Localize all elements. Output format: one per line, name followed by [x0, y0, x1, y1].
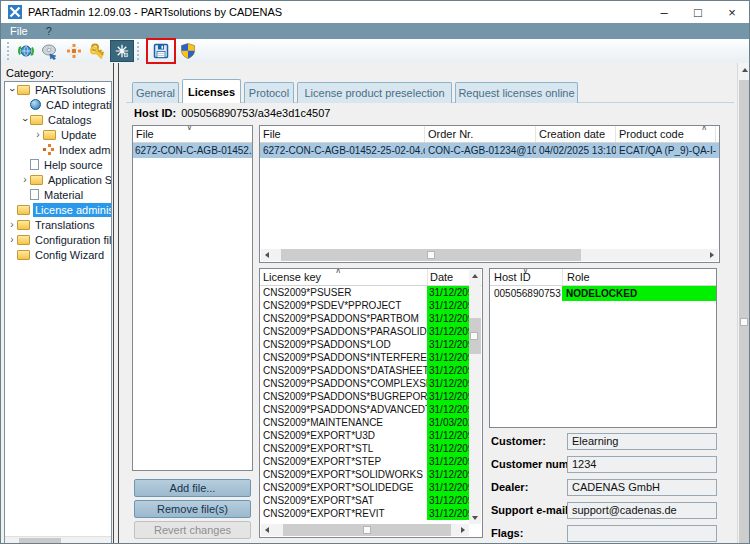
sidebar-item-config-wizard[interactable]: Config Wizard: [5, 247, 111, 262]
tab-request-licenses-online[interactable]: Request licenses online: [455, 82, 578, 103]
column-header-license-key[interactable]: License key∧: [260, 269, 427, 285]
minimize-button[interactable]: –: [647, 1, 681, 23]
sidebar-item-configuration-file[interactable]: ›Configuration file: [5, 232, 111, 247]
flags-field[interactable]: [567, 525, 717, 542]
menu-help[interactable]: ?: [46, 25, 52, 37]
column-header-host-id[interactable]: Host ID∨: [490, 269, 562, 285]
license-table-hscrollbar[interactable]: [261, 524, 469, 536]
customer-field[interactable]: Elearning: [567, 433, 717, 450]
file-table-hscrollbar[interactable]: [261, 249, 718, 261]
save-icon[interactable]: [149, 40, 173, 62]
folder-icon: [17, 250, 30, 260]
menu-file[interactable]: File: [10, 25, 28, 37]
license-row[interactable]: CNS2009*EXPORT*SAT31/12/2099: [260, 494, 482, 507]
license-file-list: File ∨ 6272-CON-C-AGB-01452...: [132, 125, 253, 471]
column-header-date[interactable]: Date: [427, 269, 470, 285]
license-row[interactable]: CNS2009*PSADDONS*LOD31/12/2099: [260, 338, 482, 351]
tree-collapsed-arrow-icon[interactable]: ›: [7, 220, 17, 230]
license-row[interactable]: CNS2009*PSADDONS*INTERFERENCE31/12/2099: [260, 351, 482, 364]
file-table-row[interactable]: 6272-CON-C-AGB-01452-25-02-04.cnsldbCON-…: [260, 143, 719, 158]
license-key-cell: CNS2009*EXPORT*U3D: [260, 429, 427, 442]
license-row[interactable]: CNS2009*PSADDONS*PARTBOM31/12/2099: [260, 312, 482, 325]
license-date-cell: 31/12/2099: [427, 429, 470, 442]
license-row[interactable]: CNS2009*PSUSER31/12/2099: [260, 286, 482, 299]
license-table-header: License key∧ Date: [260, 269, 482, 286]
column-header-product-code[interactable]: Product code∧: [616, 126, 716, 142]
host-table-row[interactable]: 005056890753NODELOCKED: [490, 286, 716, 301]
license-row[interactable]: CNS2009*PSADDONS*BUGREPORT31/12/2099: [260, 390, 482, 403]
remove-file-button[interactable]: Remove file(s): [134, 500, 251, 518]
admin-shield-icon[interactable]: [176, 40, 200, 62]
scroll-up-icon[interactable]: [469, 270, 481, 282]
tree-collapsed-arrow-icon[interactable]: ›: [33, 130, 43, 140]
panel-splitter[interactable]: [113, 63, 119, 543]
license-row[interactable]: CNS2009*EXPORT*STEP31/12/2099: [260, 455, 482, 468]
support-e-mail-field[interactable]: support@cadenas.de: [567, 502, 717, 519]
sidebar-item-license-administr[interactable]: License administr: [5, 202, 111, 217]
partadmin-window: PARTadmin 12.09.03 - PARTsolutions by CA…: [0, 0, 750, 544]
license-table-hscroll-thumb[interactable]: [283, 524, 451, 536]
license-row[interactable]: CNS2009*EXPORT*SOLIDWORKS31/12/2099: [260, 468, 482, 481]
scroll-down-icon[interactable]: [469, 512, 481, 524]
maximize-button[interactable]: □: [681, 1, 715, 23]
sidebar-item-index-admin[interactable]: Index admin: [5, 142, 111, 157]
index-icon[interactable]: [62, 40, 86, 62]
folder-icon: [17, 235, 30, 245]
sidebar-item-application-se[interactable]: ›Application Se: [5, 172, 111, 187]
license-row[interactable]: CNS2009*EXPORT*REVIT31/12/2099: [260, 507, 482, 520]
update-icon[interactable]: [14, 40, 38, 62]
close-button[interactable]: ×: [715, 1, 749, 23]
customer-number-field[interactable]: 1234: [567, 456, 717, 473]
settings-icon[interactable]: [110, 40, 134, 62]
column-header-role[interactable]: Role: [562, 269, 716, 285]
tab-general[interactable]: General: [132, 82, 179, 103]
tab-licenses[interactable]: Licenses: [182, 79, 241, 103]
license-row[interactable]: CNS2009*PSADDONS*COMPLEXSEARCH31/12/2099: [260, 377, 482, 390]
license-row[interactable]: CNS2009*EXPORT*SOLIDEDGE31/12/2099: [260, 481, 482, 494]
file-list-row[interactable]: 6272-CON-C-AGB-01452...: [133, 143, 252, 158]
tab-protocol[interactable]: Protocol: [244, 82, 294, 103]
sidebar-item-material[interactable]: Material: [5, 187, 111, 202]
scroll-right-icon[interactable]: [706, 249, 718, 261]
scroll-left-icon[interactable]: [261, 249, 273, 261]
tree-collapsed-arrow-icon[interactable]: ›: [20, 175, 30, 185]
file-list-body: 6272-CON-C-AGB-01452...: [133, 143, 252, 158]
tree-hscrollbar[interactable]: [5, 536, 111, 544]
tree-collapsed-arrow-icon[interactable]: ›: [7, 235, 17, 245]
license-row[interactable]: CNS2009*PSDEV*PPROJECT31/12/2099: [260, 299, 482, 312]
scroll-right-icon[interactable]: [457, 524, 469, 536]
tab-license-product-preselection[interactable]: License product preselection: [297, 82, 452, 103]
file-table-hscroll-thumb[interactable]: [281, 249, 581, 261]
scroll-left-icon[interactable]: [261, 524, 273, 536]
license-row[interactable]: CNS2009*EXPORT*STL31/12/2099: [260, 442, 482, 455]
scroll-up-icon[interactable]: [738, 63, 750, 77]
tree-expanded-arrow-icon[interactable]: ›: [7, 85, 17, 95]
main-vscroll-thumb[interactable]: [739, 80, 750, 543]
add-file-button[interactable]: Add file...: [134, 479, 251, 497]
license-row[interactable]: CNS2009*PSADDONS*ADVANCEDTOPO31/12/2099: [260, 403, 482, 416]
main-vscrollbar[interactable]: [737, 63, 750, 543]
license-table-vscroll-thumb[interactable]: [469, 318, 481, 354]
tree-expanded-arrow-icon[interactable]: ›: [20, 115, 30, 125]
license-row[interactable]: CNS2009*PSADDONS*DATASHEET31/12/2099: [260, 364, 482, 377]
column-header-order-nr[interactable]: Order Nr.: [425, 126, 536, 142]
column-header-creation-date[interactable]: Creation date: [536, 126, 616, 142]
sidebar-item-translations[interactable]: ›Translations: [5, 217, 111, 232]
sidebar-item-cad-integration[interactable]: CAD integration: [5, 97, 111, 112]
column-header-file[interactable]: File ∨: [133, 126, 252, 143]
sidebar-item-catalogs[interactable]: ›Catalogs: [5, 112, 111, 127]
page-icon: [30, 159, 39, 170]
dealer-field[interactable]: CADENAS GmbH: [567, 479, 717, 496]
license-row[interactable]: CNS2009*PSADDONS*PARASOLID31/12/2099: [260, 325, 482, 338]
file-table-cell: ECAT/QA (P_9)-QA-I-BDL: [616, 143, 716, 158]
sidebar-item-help-source[interactable]: Help source: [5, 157, 111, 172]
license-row[interactable]: CNS2009*MAINTENANCE31/03/2026: [260, 416, 482, 429]
tree-hscrollbar-thumb[interactable]: [19, 538, 61, 544]
sidebar-item-partsolutions[interactable]: ›PARTsolutions: [5, 82, 111, 97]
license-table-vscrollbar[interactable]: [469, 270, 481, 524]
export-icon[interactable]: [38, 40, 62, 62]
license-row[interactable]: CNS2009*EXPORT*U3D31/12/2099: [260, 429, 482, 442]
sidebar-item-update[interactable]: ›Update: [5, 127, 111, 142]
license-keys-icon[interactable]: [86, 40, 110, 62]
column-header-file[interactable]: File: [260, 126, 425, 142]
